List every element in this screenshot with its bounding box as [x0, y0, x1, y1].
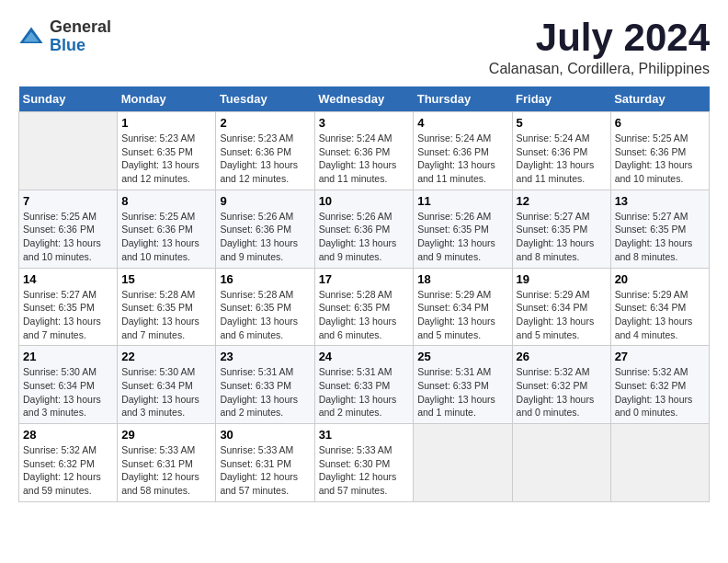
day-info-line: and 57 minutes.: [319, 484, 410, 498]
calendar-cell: 9Sunrise: 5:26 AMSunset: 6:36 PMDaylight…: [216, 190, 314, 268]
day-info-line: and 12 minutes.: [121, 172, 211, 186]
day-info-line: Daylight: 13 hours: [615, 236, 705, 250]
day-number: 30: [220, 428, 310, 442]
day-info-line: and 2 minutes.: [220, 406, 310, 419]
day-content: Sunrise: 5:29 AMSunset: 6:34 PMDaylight:…: [517, 288, 607, 342]
calendar-cell: 22Sunrise: 5:30 AMSunset: 6:34 PMDayligh…: [118, 346, 216, 424]
calendar-cell: 8Sunrise: 5:25 AMSunset: 6:36 PMDaylight…: [118, 190, 216, 268]
header-day-thursday: Thursday: [414, 86, 512, 112]
day-info-line: Sunset: 6:36 PM: [220, 223, 310, 236]
day-number: 16: [220, 272, 310, 286]
calendar-cell: 23Sunrise: 5:31 AMSunset: 6:33 PMDayligh…: [216, 346, 314, 424]
day-content: Sunrise: 5:31 AMSunset: 6:33 PMDaylight:…: [319, 365, 410, 419]
day-number: 26: [517, 350, 607, 363]
calendar-cell: 10Sunrise: 5:26 AMSunset: 6:36 PMDayligh…: [314, 190, 414, 268]
day-info-line: Sunrise: 5:27 AM: [517, 210, 607, 224]
day-number: 24: [319, 350, 410, 363]
day-number: 12: [517, 194, 607, 208]
day-info-line: and 5 minutes.: [417, 328, 507, 342]
day-content: Sunrise: 5:24 AMSunset: 6:36 PMDaylight:…: [319, 132, 410, 186]
day-info-line: Daylight: 13 hours: [517, 158, 607, 172]
day-info-line: Sunrise: 5:26 AM: [220, 210, 310, 224]
day-info-line: Sunset: 6:36 PM: [220, 145, 310, 159]
calendar-cell: 30Sunrise: 5:33 AMSunset: 6:31 PMDayligh…: [216, 424, 314, 502]
day-info-line: Sunrise: 5:32 AM: [23, 443, 113, 457]
calendar-cell: 25Sunrise: 5:31 AMSunset: 6:33 PMDayligh…: [414, 346, 512, 424]
day-info-line: Sunrise: 5:29 AM: [615, 288, 705, 302]
day-content: Sunrise: 5:27 AMSunset: 6:35 PMDaylight:…: [23, 288, 113, 342]
day-info-line: Sunset: 6:32 PM: [517, 379, 607, 393]
day-info-line: Sunset: 6:31 PM: [220, 457, 310, 471]
day-content: Sunrise: 5:32 AMSunset: 6:32 PMDaylight:…: [517, 365, 607, 419]
day-info-line: Daylight: 13 hours: [121, 393, 211, 407]
day-content: Sunrise: 5:31 AMSunset: 6:33 PMDaylight:…: [417, 365, 507, 419]
calendar-cell: [414, 424, 512, 502]
day-content: Sunrise: 5:29 AMSunset: 6:34 PMDaylight:…: [417, 288, 507, 342]
day-number: 14: [23, 272, 113, 286]
day-info-line: Sunset: 6:35 PM: [220, 301, 310, 315]
day-info-line: Sunset: 6:34 PM: [417, 301, 507, 315]
day-info-line: and 7 minutes.: [121, 328, 211, 342]
day-content: Sunrise: 5:30 AMSunset: 6:34 PMDaylight:…: [23, 365, 113, 419]
header-day-saturday: Saturday: [610, 86, 709, 112]
calendar-cell: 20Sunrise: 5:29 AMSunset: 6:34 PMDayligh…: [610, 268, 709, 346]
day-info-line: Daylight: 12 hours: [319, 470, 410, 484]
day-content: Sunrise: 5:33 AMSunset: 6:31 PMDaylight:…: [121, 443, 211, 498]
day-info-line: Sunrise: 5:33 AM: [319, 443, 410, 457]
month-title: July 2024: [489, 18, 710, 57]
calendar-cell: 29Sunrise: 5:33 AMSunset: 6:31 PMDayligh…: [118, 424, 216, 502]
day-content: Sunrise: 5:28 AMSunset: 6:35 PMDaylight:…: [121, 288, 211, 342]
calendar-cell: 4Sunrise: 5:24 AMSunset: 6:36 PMDaylight…: [414, 112, 512, 190]
calendar-cell: 6Sunrise: 5:25 AMSunset: 6:36 PMDaylight…: [610, 112, 709, 190]
day-info-line: Daylight: 13 hours: [417, 158, 507, 172]
day-info-line: and 11 minutes.: [319, 172, 410, 186]
day-content: Sunrise: 5:27 AMSunset: 6:35 PMDaylight:…: [615, 210, 705, 264]
day-number: 11: [417, 194, 507, 208]
day-content: Sunrise: 5:33 AMSunset: 6:31 PMDaylight:…: [220, 443, 310, 498]
day-info-line: Daylight: 13 hours: [417, 393, 507, 407]
day-info-line: Sunset: 6:36 PM: [417, 145, 507, 159]
day-info-line: and 0 minutes.: [517, 406, 607, 419]
calendar-cell: 3Sunrise: 5:24 AMSunset: 6:36 PMDaylight…: [314, 112, 414, 190]
day-number: 2: [220, 116, 310, 130]
day-info-line: Sunrise: 5:29 AM: [517, 288, 607, 302]
day-info-line: and 2 minutes.: [319, 406, 410, 419]
logo-general-text: General: [50, 18, 111, 37]
day-info-line: Sunrise: 5:31 AM: [319, 365, 410, 379]
calendar-table: SundayMondayTuesdayWednesdayThursdayFrid…: [18, 86, 710, 502]
day-info-line: Sunrise: 5:30 AM: [121, 365, 211, 379]
day-info-line: Sunrise: 5:33 AM: [121, 443, 211, 457]
day-info-line: Daylight: 13 hours: [615, 393, 705, 407]
day-info-line: Sunrise: 5:28 AM: [220, 288, 310, 302]
day-number: 18: [417, 272, 507, 286]
day-info-line: and 10 minutes.: [615, 172, 705, 186]
day-info-line: and 11 minutes.: [417, 172, 507, 186]
header-day-sunday: Sunday: [19, 86, 118, 112]
calendar-cell: 7Sunrise: 5:25 AMSunset: 6:36 PMDaylight…: [19, 190, 118, 268]
day-info-line: and 9 minutes.: [319, 250, 410, 264]
day-info-line: Daylight: 13 hours: [319, 158, 410, 172]
day-content: Sunrise: 5:26 AMSunset: 6:35 PMDaylight:…: [417, 210, 507, 264]
day-info-line: Daylight: 13 hours: [417, 236, 507, 250]
title-block: July 2024 Calanasan, Cordillera, Philipp…: [489, 18, 710, 77]
calendar-cell: 17Sunrise: 5:28 AMSunset: 6:35 PMDayligh…: [314, 268, 414, 346]
day-info-line: Sunset: 6:35 PM: [23, 301, 113, 315]
day-info-line: Sunrise: 5:25 AM: [615, 132, 705, 145]
day-info-line: Sunset: 6:36 PM: [23, 223, 113, 236]
day-info-line: Sunrise: 5:30 AM: [23, 365, 113, 379]
day-content: Sunrise: 5:26 AMSunset: 6:36 PMDaylight:…: [319, 210, 410, 264]
day-content: Sunrise: 5:27 AMSunset: 6:35 PMDaylight:…: [517, 210, 607, 264]
calendar-cell: 2Sunrise: 5:23 AMSunset: 6:36 PMDaylight…: [216, 112, 314, 190]
day-info-line: Sunrise: 5:28 AM: [121, 288, 211, 302]
calendar-week-2: 7Sunrise: 5:25 AMSunset: 6:36 PMDaylight…: [19, 190, 710, 268]
calendar-cell: [512, 424, 610, 502]
calendar-cell: 5Sunrise: 5:24 AMSunset: 6:36 PMDaylight…: [512, 112, 610, 190]
calendar-cell: 16Sunrise: 5:28 AMSunset: 6:35 PMDayligh…: [216, 268, 314, 346]
calendar-cell: 19Sunrise: 5:29 AMSunset: 6:34 PMDayligh…: [512, 268, 610, 346]
logo-text: General Blue: [50, 18, 111, 55]
day-info-line: Sunset: 6:34 PM: [121, 379, 211, 393]
day-info-line: Daylight: 13 hours: [220, 315, 310, 328]
day-info-line: and 1 minute.: [417, 406, 507, 419]
day-info-line: Sunset: 6:36 PM: [615, 145, 705, 159]
day-info-line: Sunset: 6:35 PM: [121, 145, 211, 159]
